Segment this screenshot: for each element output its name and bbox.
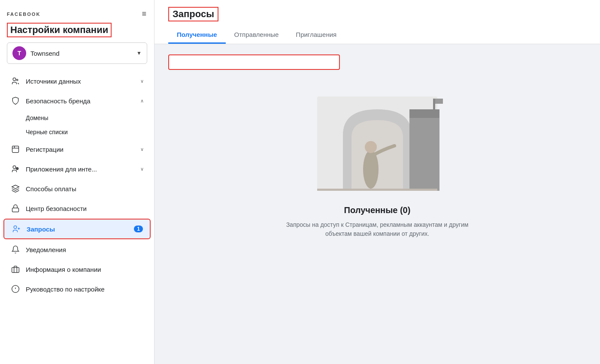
sidebar-item-payment-methods[interactable]: Способы оплаты <box>3 179 151 198</box>
chevron-up-icon: ∧ <box>140 98 144 104</box>
svg-point-10 <box>14 226 17 229</box>
empty-illustration <box>291 84 463 195</box>
hamburger-icon[interactable]: ≡ <box>142 9 147 18</box>
sidebar-item-label: Запросы <box>27 226 134 233</box>
sidebar: FACEBOOK ≡ Настройки компании T Townsend… <box>0 0 155 364</box>
sidebar-item-label: Уведомления <box>26 246 144 253</box>
brand-safety-icon <box>10 96 21 106</box>
sidebar-item-registrations[interactable]: Регистрации ∨ <box>3 140 151 159</box>
requests-icon <box>11 224 21 234</box>
empty-state-title: Полученные (0) <box>344 205 411 215</box>
sidebar-item-setup-guide[interactable]: Руководство по настройке <box>3 280 151 298</box>
notifications-icon <box>10 244 21 255</box>
sidebar-item-notifications[interactable]: Уведомления <box>3 240 151 259</box>
tab-invitations[interactable]: Приглашения <box>287 27 345 44</box>
sidebar-item-data-sources[interactable]: Источники данных ∨ <box>3 72 151 90</box>
requests-badge: 1 <box>134 226 143 232</box>
svg-rect-20 <box>409 109 439 191</box>
sidebar-item-label: Черные списки <box>26 129 68 135</box>
sidebar-item-label: Способы оплаты <box>26 185 144 193</box>
empty-state-description: Запросы на доступ к Страницам, рекламным… <box>279 220 476 238</box>
tabs-container: Полученные Отправленные Приглашения <box>168 27 586 44</box>
sidebar-item-company-info[interactable]: Информация о компании <box>3 260 151 279</box>
main-header: Запросы Полученные Отправленные Приглаше… <box>155 0 600 44</box>
sidebar-nav: Источники данных ∨ Безопасность бренда ∧… <box>0 71 154 299</box>
empty-state: Полученные (0) Запросы на доступ к Стран… <box>168 84 586 238</box>
tab-received[interactable]: Полученные <box>168 27 226 44</box>
sidebar-item-label: Руководство по настройке <box>26 286 144 293</box>
svg-point-0 <box>13 78 16 81</box>
chevron-down-icon: ▼ <box>136 50 142 56</box>
main-content: Запросы Полученные Отправленные Приглаше… <box>155 0 600 364</box>
svg-point-1 <box>17 79 18 81</box>
svg-rect-2 <box>12 146 19 153</box>
sidebar-item-label: Безопасность бренда <box>26 97 140 105</box>
sidebar-header: FACEBOOK ≡ Настройки компании T Townsend… <box>0 0 154 71</box>
sidebar-item-integration-apps[interactable]: Приложения для инте... ∨ <box>3 159 151 178</box>
sidebar-item-blacklists[interactable]: Черные списки <box>3 125 151 139</box>
sidebar-item-label: Центр безопасности <box>26 205 144 212</box>
sidebar-item-domains[interactable]: Домены <box>3 111 151 125</box>
company-info-icon <box>10 264 21 274</box>
svg-rect-13 <box>12 268 19 273</box>
svg-rect-9 <box>12 208 19 212</box>
svg-rect-24 <box>317 189 437 191</box>
sidebar-item-label: Информация о компании <box>26 266 144 273</box>
sidebar-item-security-center[interactable]: Центр безопасности <box>3 199 151 218</box>
data-sources-icon <box>10 76 21 86</box>
search-input[interactable] <box>168 54 340 70</box>
chevron-right-icon: ∨ <box>140 78 144 84</box>
sidebar-item-label: Регистрации <box>26 146 140 153</box>
sidebar-item-label: Домены <box>26 114 48 121</box>
svg-point-5 <box>13 166 16 169</box>
sidebar-item-label: Приложения для инте... <box>26 165 140 173</box>
registrations-icon <box>10 144 21 154</box>
main-page-title: Запросы <box>168 7 218 21</box>
sidebar-item-label: Источники данных <box>26 78 140 85</box>
sidebar-item-requests[interactable]: Запросы 1 <box>3 219 151 239</box>
page-title: Настройки компании <box>7 23 112 37</box>
chevron-right-icon: ∨ <box>140 166 144 172</box>
facebook-logo: FACEBOOK ≡ <box>7 5 147 21</box>
setup-guide-icon <box>10 284 21 294</box>
tab-sent[interactable]: Отправленные <box>226 27 288 44</box>
svg-point-19 <box>365 141 377 153</box>
account-name: Townsend <box>30 50 136 57</box>
avatar: T <box>12 46 26 60</box>
chevron-right-icon: ∨ <box>140 147 144 152</box>
main-body: Полученные (0) Запросы на доступ к Стран… <box>155 44 600 364</box>
account-selector[interactable]: T Townsend ▼ <box>7 42 147 64</box>
payment-methods-icon <box>10 184 21 194</box>
svg-rect-23 <box>435 99 443 104</box>
integration-apps-icon <box>10 164 21 174</box>
security-center-icon <box>10 203 21 214</box>
sidebar-item-brand-safety[interactable]: Безопасность бренда ∧ <box>3 91 151 110</box>
svg-rect-22 <box>433 99 435 114</box>
